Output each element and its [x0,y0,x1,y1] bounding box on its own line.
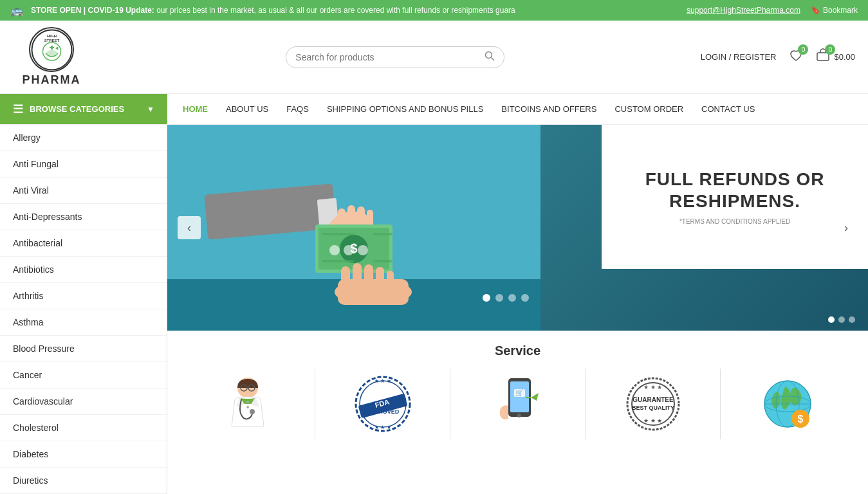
sidebar-item-cardiovascular[interactable]: Cardiovascular [0,389,167,415]
hero-slider: $ [167,125,868,331]
svg-text:★ ★ ★: ★ ★ ★ [374,425,391,430]
wishlist-button[interactable]: 0 [789,48,803,66]
cart-button[interactable]: 0 [816,48,830,66]
guarantee-icon: ★ ★ ★ ★ ★ ★ GUARANTEE BEST QUALITY [624,375,682,433]
slider-terms: *TERMS AND CONDITIONS APPLIED [679,218,790,225]
bookmark-label: Bookmark [823,6,858,15]
sidebar-item-anti-depressants[interactable]: Anti-Depressants [0,204,167,230]
slider-text-panel: FULL REFUNDS OR RESHIPMENS. *TERMS AND C… [602,125,868,269]
slider-dot-2[interactable] [495,294,503,302]
sidebar-item-asthma[interactable]: Asthma [0,309,167,336]
support-email[interactable]: support@HighStreetPharma.com [687,6,800,15]
global-icon: $ [761,375,815,433]
slider-next-button[interactable]: › [835,216,858,239]
service-item-fda: ★ ★ ★ ★ ★ ★ FDA APPROVED [315,369,450,439]
sidebar-item-antibiotics[interactable]: Antibiotics [0,257,167,283]
svg-text:🛒: 🛒 [515,389,524,397]
svg-rect-33 [387,271,394,288]
svg-rect-25 [373,233,392,235]
sidebar-item-cancer[interactable]: Cancer [0,362,167,389]
cart-price: $0.00 [834,52,855,62]
search-area [103,46,688,68]
header-right: LOGIN / REGISTER 0 0 $0.00 [701,48,855,66]
top-bar: 🚌 STORE OPEN | COVID-19 Update: our pric… [0,0,868,21]
search-icon [485,51,495,61]
slider-dot-1[interactable] [483,294,490,302]
svg-rect-23 [322,233,354,235]
service-item-phone: 🛒 [450,369,586,439]
sidebar-item-diuretics[interactable]: Diuretics [0,468,167,494]
svg-point-7 [486,51,492,58]
svg-point-34 [329,245,340,255]
sidebar-item-anti-viral[interactable]: Anti Viral [0,178,167,204]
fda-approved-icon: ★ ★ ★ ★ ★ ★ FDA APPROVED [354,375,412,433]
hamburger-icon: ☰ [13,102,23,116]
slider-background: $ [167,125,868,331]
svg-point-42 [250,409,255,414]
nav-link-bitcoins[interactable]: BITCOINS AND OFFERS [492,94,605,124]
slider-outer-dot-3[interactable] [849,316,855,323]
search-button[interactable] [485,51,495,64]
login-register-link[interactable]: LOGIN / REGISTER [701,52,777,62]
sidebar-item-allergy[interactable]: Allergy [0,125,167,151]
nav-link-home[interactable]: HOME [174,94,217,124]
sidebar-item-anti-fungal[interactable]: Anti Fungal [0,151,167,178]
browse-categories-button[interactable]: ☰ BROWSE CATEGORIES ▼ [0,94,167,124]
logo-pharma-text: PHARMA [23,73,81,87]
svg-point-56 [517,414,521,417]
sidebar-item-diabetes[interactable]: Diabetes [0,441,167,468]
nav-bar: ☰ BROWSE CATEGORIES ▼ HOME ABOUT US FAQS… [0,94,868,125]
svg-text:BEST QUALITY: BEST QUALITY [631,405,674,411]
covid-update-text: our prices best in the market, as usual … [156,6,515,15]
nav-link-custom-order[interactable]: CUSTOM ORDER [605,94,692,124]
svg-point-35 [344,245,354,255]
search-box [286,46,504,68]
nav-link-about[interactable]: ABOUT US [217,94,277,124]
svg-rect-26 [373,260,392,262]
svg-rect-24 [322,260,354,262]
slider-headline-line1: FULL REFUNDS OR [645,169,825,189]
slider-outer-dot-2[interactable] [838,316,845,323]
header: HIGH STREET PHARMA [0,21,868,94]
svg-rect-31 [364,264,373,288]
svg-rect-30 [353,263,362,288]
sidebar-item-blood-pressure[interactable]: Blood Pressure [0,336,167,362]
service-item-global: $ [721,369,855,439]
bookmark-link[interactable]: 🔖 Bookmark [811,6,858,15]
service-section: Service [167,331,868,446]
cart-area: 0 $0.00 [816,48,855,66]
nav-link-shipping[interactable]: SHIPPING OPTIONS AND BONUS PILLS [318,94,492,124]
sidebar-item-antibacterial[interactable]: Antibacterial [0,230,167,257]
svg-text:★ ★ ★: ★ ★ ★ [374,378,391,384]
slider-prev-button[interactable]: ‹ [178,216,201,239]
svg-text:HIGH: HIGH [47,34,57,38]
store-icon: 🚌 [10,5,23,17]
logo[interactable]: HIGH STREET PHARMA [13,27,90,87]
svg-rect-32 [376,267,384,288]
slider-inner-dots [483,294,529,302]
service-item-doctor [180,369,315,439]
wishlist-badge: 0 [798,44,808,55]
doctor-icon [222,375,273,433]
search-input[interactable] [295,52,485,62]
content-area: $ [167,125,868,446]
svg-text:$: $ [798,414,804,425]
nav-link-contact[interactable]: CONTACT US [692,94,764,124]
slider-outer-dots [828,316,855,323]
nav-links: HOME ABOUT US FAQS SHIPPING OPTIONS AND … [167,94,764,124]
sidebar-item-cholesterol[interactable]: Cholesterol [0,415,167,441]
sidebar: Allergy Anti Fungal Anti Viral Anti-Depr… [0,125,167,494]
service-icons-row: ★ ★ ★ ★ ★ ★ FDA APPROVED [180,369,855,439]
nav-link-faqs[interactable]: FAQS [277,94,318,124]
slider-dot-4[interactable] [521,294,529,302]
slider-outer-dot-1[interactable] [828,316,835,323]
main-layout: Allergy Anti Fungal Anti Viral Anti-Depr… [0,125,868,494]
svg-point-43 [246,401,249,403]
covid-update-label: STORE OPEN | COVID-19 Update: [31,6,154,15]
phone-order-icon: 🛒 [490,375,545,433]
slider-dot-3[interactable] [508,294,516,302]
top-bar-message: STORE OPEN | COVID-19 Update: our prices… [31,6,679,15]
service-title: Service [180,343,855,358]
sidebar-item-arthritis[interactable]: Arthritis [0,283,167,309]
top-bar-right: support@HighStreetPharma.com 🔖 Bookmark [687,6,858,15]
